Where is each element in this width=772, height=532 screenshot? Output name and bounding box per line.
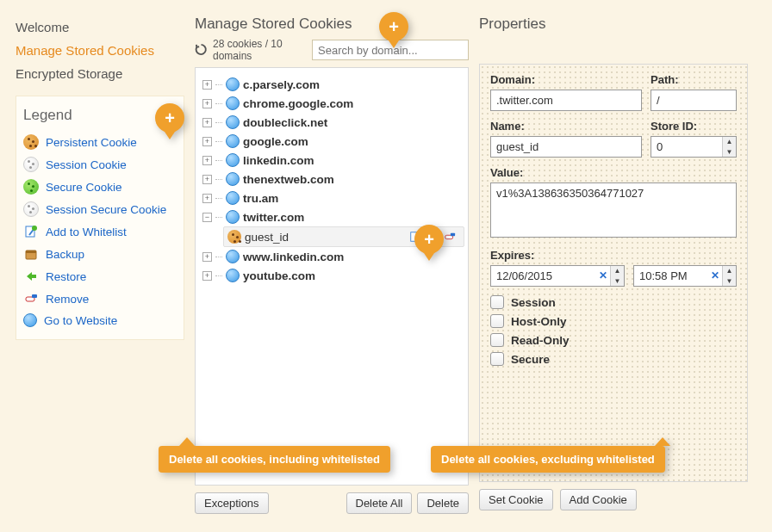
globe-icon	[226, 172, 240, 186]
domain-input[interactable]	[490, 90, 642, 111]
expand-icon[interactable]: +	[202, 194, 212, 203]
legend-backup[interactable]: Backup	[23, 243, 177, 265]
spin-down-icon[interactable]: ▼	[723, 276, 736, 287]
domain-row[interactable]: −twitter.com	[199, 207, 464, 226]
expand-icon[interactable]: +	[202, 252, 212, 262]
legend-label: Remove	[46, 293, 89, 306]
legend-label: Restore	[46, 270, 86, 283]
globe-icon	[226, 250, 240, 263]
properties-title: Properties	[479, 15, 748, 34]
path-input[interactable]	[651, 90, 737, 111]
domain-name: thenextweb.com	[243, 173, 334, 186]
readonly-checkbox[interactable]	[490, 333, 504, 347]
spin-down-icon[interactable]: ▼	[611, 276, 624, 287]
svg-rect-3	[26, 251, 36, 253]
domain-row[interactable]: +doubleclick.net	[199, 113, 464, 132]
expand-icon[interactable]: +	[202, 271, 212, 281]
cookie-persistent-icon	[227, 230, 241, 244]
legend-secure-cookie[interactable]: Secure Cookie	[23, 176, 177, 198]
domain-name: linkedin.com	[243, 154, 314, 167]
legend-remove[interactable]: Remove	[23, 288, 177, 310]
domain-row[interactable]: +tru.am	[199, 189, 464, 207]
delete-all-button[interactable]: Delete All	[346, 492, 413, 514]
globe-icon	[226, 210, 240, 224]
globe-icon	[226, 77, 240, 91]
domain-row[interactable]: +thenextweb.com	[199, 170, 464, 189]
remove-icon[interactable]	[443, 230, 457, 244]
globe-icon	[226, 269, 240, 282]
set-cookie-button[interactable]: Set Cookie	[479, 489, 553, 510]
refresh-icon[interactable]	[195, 43, 208, 57]
exceptions-button[interactable]: Exceptions	[195, 492, 269, 514]
expand-icon[interactable]: +	[202, 156, 212, 165]
domain-row[interactable]: +c.parsely.com	[199, 75, 464, 94]
domain-row[interactable]: +google.com	[199, 132, 464, 151]
domain-label: Domain:	[490, 73, 642, 86]
collapse-icon[interactable]: −	[202, 213, 212, 222]
svg-rect-10	[451, 233, 455, 237]
session-checkbox[interactable]	[490, 295, 504, 309]
name-label: Name:	[490, 120, 642, 133]
readonly-label: Read-Only	[511, 334, 570, 347]
expires-label: Expires:	[490, 249, 737, 262]
domain-name: chrome.google.com	[243, 97, 353, 110]
cookie-session-secure-icon	[23, 201, 39, 217]
legend-persistent-cookie[interactable]: Persistent Cookie	[23, 131, 177, 153]
cookie-session-icon	[23, 157, 39, 172]
nav-welcome[interactable]: Welcome	[16, 15, 184, 39]
globe-icon	[23, 313, 37, 327]
store-label: Store ID:	[651, 120, 737, 133]
value-label: Value:	[490, 166, 737, 179]
expand-icon[interactable]: +	[202, 175, 212, 184]
cookie-count: 28 cookies / 10 domains	[213, 38, 307, 62]
domain-name: google.com	[243, 135, 308, 148]
clear-time-icon[interactable]: ✕	[711, 269, 719, 281]
value-input[interactable]	[490, 182, 737, 238]
tooltip-delete: Delete all cookies, excluding whiteliste…	[431, 446, 665, 473]
legend-session-secure-cookie[interactable]: Session Secure Cookie	[23, 198, 177, 220]
expand-icon[interactable]: +	[202, 99, 212, 108]
domain-name: twitter.com	[243, 211, 304, 224]
properties-panel: Domain: Path: Name: Store ID: ▲▼	[479, 64, 748, 482]
legend-label: Add to Whitelist	[46, 226, 127, 238]
legend-label: Backup	[46, 248, 84, 261]
domain-row[interactable]: +youtube.com	[199, 266, 464, 285]
hostonly-label: Host-Only	[511, 315, 567, 328]
domain-row[interactable]: +chrome.google.com	[199, 94, 464, 113]
legend-label: Persistent Cookie	[46, 136, 137, 149]
nav-encrypted-storage[interactable]: Encrypted Storage	[16, 62, 184, 85]
callout-plus-legend: +	[155, 103, 184, 139]
cookie-tree: +c.parsely.com +chrome.google.com +doubl…	[195, 67, 469, 486]
name-input[interactable]	[490, 136, 642, 158]
secure-label: Secure	[511, 353, 550, 366]
nav-manage-cookies[interactable]: Manage Stored Cookies	[16, 39, 184, 62]
domain-name: youtube.com	[243, 269, 315, 282]
svg-point-1	[32, 226, 37, 231]
legend-whitelist[interactable]: Add to Whitelist	[23, 220, 177, 243]
legend-restore[interactable]: Restore	[23, 265, 177, 288]
callout-plus-title: +	[379, 12, 408, 48]
spin-up-icon[interactable]: ▲	[611, 266, 624, 276]
legend-label: Secure Cookie	[46, 181, 122, 194]
legend-session-cookie[interactable]: Session Cookie	[23, 153, 177, 176]
delete-button[interactable]: Delete	[417, 492, 469, 514]
legend-title: Legend	[23, 102, 177, 131]
legend-goto-website[interactable]: Go to Website	[23, 310, 177, 331]
spin-up-icon[interactable]: ▲	[723, 266, 736, 276]
cookie-name: guest_id	[245, 231, 289, 244]
hostonly-checkbox[interactable]	[490, 314, 504, 328]
expand-icon[interactable]: +	[202, 137, 212, 146]
svg-rect-5	[32, 294, 37, 298]
secure-checkbox[interactable]	[490, 352, 504, 366]
globe-icon	[226, 153, 240, 167]
expand-icon[interactable]: +	[202, 118, 212, 127]
add-cookie-button[interactable]: Add Cookie	[560, 489, 637, 510]
spin-down-icon[interactable]: ▼	[723, 147, 736, 158]
expires-time-input[interactable]	[633, 265, 737, 287]
domain-row[interactable]: +linkedin.com	[199, 151, 464, 170]
clear-date-icon[interactable]: ✕	[599, 269, 607, 281]
restore-icon	[23, 269, 39, 284]
spin-up-icon[interactable]: ▲	[723, 137, 736, 147]
expand-icon[interactable]: +	[202, 80, 212, 90]
whitelist-icon	[23, 224, 39, 239]
